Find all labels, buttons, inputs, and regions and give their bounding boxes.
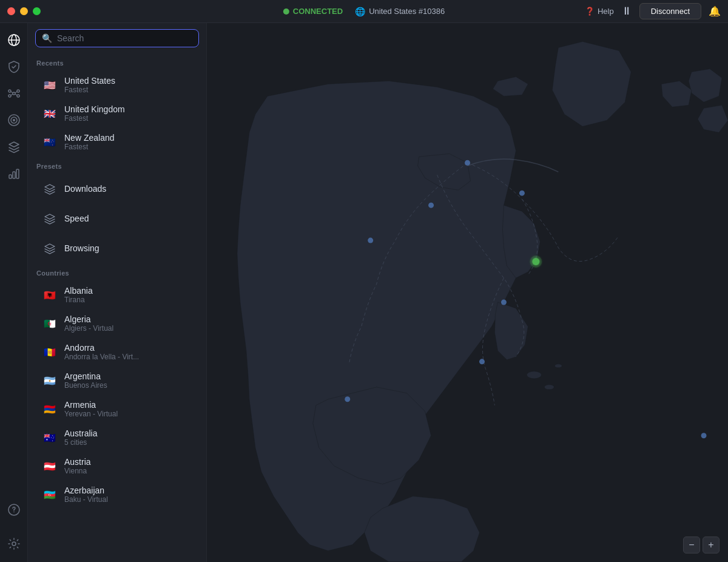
target-icon <box>7 113 21 127</box>
recent-nz-name: New Zealand <box>64 133 115 143</box>
svg-point-32 <box>479 359 485 364</box>
country-armenia[interactable]: 🇦🇲 Armenia Yerevan - Virtual <box>33 395 201 423</box>
preset-speed-icon <box>41 210 58 227</box>
zoom-in-button[interactable]: + <box>703 537 720 554</box>
server-info: 🌐 United States #10386 <box>355 7 445 16</box>
recent-uk-name: United Kingdom <box>64 104 125 114</box>
svg-line-10 <box>11 94 13 95</box>
country-azerbaijan[interactable]: 🇦🇿 Azerbaijan Baku - Virtual <box>33 481 201 509</box>
recents-label: Recents <box>28 53 206 70</box>
svg-point-19 <box>13 512 15 513</box>
countries-label: Countries <box>28 263 206 280</box>
notification-bell-icon[interactable]: 🔔 <box>709 5 721 17</box>
connected-badge: CONNECTED <box>283 7 343 16</box>
connected-label: CONNECTED <box>293 7 343 16</box>
flag-australia: 🇦🇺 <box>41 429 58 446</box>
recent-item-uk[interactable]: 🇬🇧 United Kingdom Fastest <box>33 100 201 127</box>
svg-point-30 <box>519 191 525 196</box>
flag-andorra: 🇦🇩 <box>41 344 58 361</box>
fullscreen-button[interactable] <box>33 7 41 15</box>
traffic-lights <box>7 7 41 15</box>
globe-nav-icon <box>7 33 21 47</box>
flag-argentina: 🇦🇷 <box>41 372 58 389</box>
svg-line-8 <box>11 92 13 93</box>
argentina-name: Argentina <box>64 371 107 381</box>
svg-rect-15 <box>9 175 12 178</box>
sidebar-item-servers[interactable] <box>3 29 25 51</box>
country-andorra[interactable]: 🇦🇩 Andorra Andorra la Vella - Virt... <box>33 338 201 366</box>
preset-downloads-name: Downloads <box>64 184 106 194</box>
minimize-button[interactable] <box>20 7 28 15</box>
azerbaijan-sub: Baku - Virtual <box>64 495 108 504</box>
sidebar-item-stats[interactable] <box>3 163 25 185</box>
zoom-out-button[interactable]: − <box>683 537 700 554</box>
help-button[interactable]: ❓ Help <box>585 7 614 16</box>
azerbaijan-name: Azerbaijan <box>64 486 108 495</box>
flag-austria: 🇦🇹 <box>41 458 58 475</box>
help-label: Help <box>598 7 614 16</box>
albania-sub: Tirana <box>64 296 93 304</box>
flag-uk: 🇬🇧 <box>41 105 58 122</box>
country-argentina[interactable]: 🇦🇷 Argentina Buenos Aires <box>33 367 201 394</box>
andorra-sub: Andorra la Vella - Virt... <box>64 353 139 361</box>
pause-button[interactable]: ⏸ <box>621 5 632 18</box>
andorra-name: Andorra <box>64 343 139 353</box>
search-box: 🔍 <box>35 29 199 47</box>
recent-us-sub: Fastest <box>64 86 115 94</box>
country-algeria[interactable]: 🇩🇿 Algeria Algiers - Virtual <box>33 310 201 337</box>
svg-point-23 <box>544 385 554 390</box>
presets-label: Presets <box>28 157 206 174</box>
close-button[interactable] <box>7 7 15 15</box>
flag-us: 🇺🇸 <box>41 76 58 93</box>
algeria-name: Algeria <box>64 314 113 324</box>
country-austria[interactable]: 🇦🇹 Austria Vienna <box>33 452 201 480</box>
svg-rect-17 <box>16 169 19 178</box>
server-name: United States #10386 <box>369 7 445 16</box>
help-circle-icon <box>7 503 21 516</box>
preset-downloads[interactable]: Downloads <box>33 174 201 203</box>
search-input[interactable] <box>57 33 192 43</box>
australia-name: Australia <box>64 428 97 438</box>
titlebar: CONNECTED 🌐 United States #10386 ❓ Help … <box>0 0 728 23</box>
preset-downloads-icon <box>41 180 58 197</box>
sidebar-item-settings[interactable] <box>3 533 25 555</box>
icon-sidebar <box>0 23 28 562</box>
recent-item-nz[interactable]: 🇳🇿 New Zealand Fastest <box>33 128 201 156</box>
sidebar-item-cybersec[interactable] <box>3 56 25 78</box>
austria-name: Austria <box>64 457 91 467</box>
search-container: 🔍 <box>28 23 206 53</box>
sidebar-item-threat-protection[interactable] <box>3 109 25 131</box>
search-icon: 🔍 <box>42 33 52 43</box>
country-albania[interactable]: 🇦🇱 Albania Tirana <box>33 281 201 309</box>
preset-speed[interactable]: Speed <box>33 204 201 233</box>
algeria-sub: Algiers - Virtual <box>64 324 113 333</box>
sidebar-item-meshnet[interactable] <box>3 83 25 104</box>
svg-rect-16 <box>13 172 15 178</box>
settings-icon <box>7 537 21 550</box>
svg-point-27 <box>465 160 470 166</box>
svg-point-28 <box>428 203 434 208</box>
svg-line-11 <box>15 94 17 95</box>
armenia-sub: Yerevan - Virtual <box>64 410 118 418</box>
svg-point-24 <box>554 364 562 368</box>
preset-browsing[interactable]: Browsing <box>33 234 201 263</box>
sidebar-item-specialty-servers[interactable] <box>3 136 25 158</box>
server-panel: 🔍 Recents 🇺🇸 United States Fastest 🇬🇧 Un… <box>28 23 207 562</box>
shield-icon <box>7 60 21 73</box>
svg-point-22 <box>527 371 541 379</box>
sidebar-item-help[interactable] <box>3 499 25 521</box>
recent-us-name: United States <box>64 76 115 86</box>
preset-browsing-name: Browsing <box>64 243 99 253</box>
disconnect-button[interactable]: Disconnect <box>639 3 701 19</box>
titlebar-right: ❓ Help ⏸ Disconnect 🔔 <box>585 3 721 19</box>
svg-point-33 <box>345 396 350 402</box>
svg-point-26 <box>530 256 542 268</box>
svg-point-5 <box>17 90 19 92</box>
layers-icon <box>7 140 21 154</box>
recent-uk-sub: Fastest <box>64 114 125 123</box>
recent-item-us[interactable]: 🇺🇸 United States Fastest <box>33 71 201 99</box>
argentina-sub: Buenos Aires <box>64 381 107 390</box>
austria-sub: Vienna <box>64 467 91 475</box>
country-australia[interactable]: 🇦🇺 Australia 5 cities <box>33 424 201 452</box>
main-content: 🔍 Recents 🇺🇸 United States Fastest 🇬🇧 Un… <box>0 23 728 562</box>
